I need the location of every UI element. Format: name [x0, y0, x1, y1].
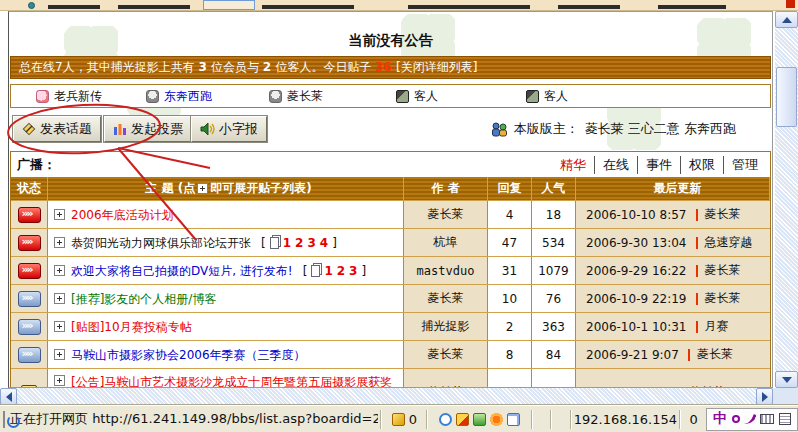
scrollbar-thumb[interactable] [776, 67, 797, 127]
moderators-names[interactable]: 菱长莱 三心二意 东奔西跑 [585, 120, 736, 138]
expand-icon[interactable] [54, 293, 65, 304]
replies-cell: 47 [488, 229, 532, 256]
expand-icon[interactable] [54, 209, 65, 220]
vertical-scrollbar[interactable] [775, 11, 798, 388]
online-user-link[interactable]: 客人 [414, 88, 438, 105]
nav-link-online[interactable]: 在线 [594, 156, 637, 174]
author-cell[interactable]: mastvduo [404, 257, 488, 284]
author-cell[interactable]: 菱长莱 [404, 369, 488, 388]
expand-icon[interactable] [54, 237, 65, 248]
online-user: 客人 [526, 88, 568, 104]
statusbar-divider [570, 410, 572, 429]
online-user-link[interactable]: 东奔西跑 [164, 88, 212, 105]
left-arrow-icon [6, 392, 12, 402]
truncated-text-fragment [118, 5, 190, 9]
start-vote-button[interactable]: 发起投票 [104, 116, 192, 142]
topic-cell: 2006年底活动计划 [48, 201, 404, 228]
page-link[interactable]: 1 [283, 236, 291, 250]
truncated-top-toolbar [0, 0, 798, 11]
guest-icon [526, 90, 539, 103]
topic-title-link[interactable]: [公告]马鞍山市艺术摄影沙龙成立十周年暨第五届摄影展获奖作品 [71, 375, 403, 388]
soft-keyboard-icon[interactable] [760, 414, 774, 424]
bulletin-button[interactable]: 小字报 [191, 116, 267, 142]
topic-title-link[interactable]: 马鞍山市摄影家协会2006年季赛（三季度） [71, 348, 306, 362]
moderators-info: 本版版主： 菱长莱 三心二意 东奔西跑 [491, 120, 736, 138]
page-link[interactable]: 1 [324, 264, 332, 278]
updater-link[interactable]: 菱长莱 [705, 290, 741, 307]
topic-cell: 欢迎大家将自己拍摄的DV短片, 进行发布! [ 1 2 3 ] [48, 257, 404, 284]
nav-link-events[interactable]: 事件 [637, 156, 680, 174]
expand-icon [197, 183, 208, 194]
updater-link[interactable]: 月赛 [705, 318, 729, 335]
page-link[interactable]: 2 [295, 236, 303, 250]
close-detail-link[interactable]: [关闭详细列表] [396, 60, 477, 74]
expand-icon[interactable] [54, 349, 65, 360]
horizontal-scrollbar[interactable] [0, 388, 773, 405]
topic-title-link[interactable]: [推荐]影友的个人相册/博客 [71, 292, 216, 306]
updater-link[interactable]: 菱长莱 [697, 346, 733, 363]
page-link[interactable]: 2 [337, 264, 345, 278]
topic-pages: [ 1 2 3 4 ] [261, 236, 337, 250]
ime-chinese-icon[interactable]: 中 [713, 410, 727, 428]
views-cell: 534 [532, 229, 576, 256]
ime-brush-icon[interactable] [743, 412, 756, 427]
scroll-up-button[interactable] [775, 11, 798, 28]
swirl-icon[interactable] [439, 413, 452, 426]
speaker-icon [200, 122, 215, 136]
topic-title-link[interactable]: 欢迎大家将自己拍摄的DV短片, 进行发布! [71, 264, 293, 278]
views-cell: 18 [532, 201, 576, 228]
topic-title-link[interactable]: 2006年底活动计划 [71, 208, 174, 222]
guest-icon [396, 90, 409, 103]
post-topic-button[interactable]: 发表话题 [13, 116, 101, 142]
header-views: 人气 [532, 177, 576, 200]
updated-time: 2006-9-30 13:04 [586, 236, 687, 250]
updater-link[interactable]: 菱长莱 [705, 262, 741, 279]
updater-link[interactable]: 菱长莱 [705, 206, 741, 223]
zone-panel: 0 [384, 406, 424, 432]
online-user-link[interactable]: 菱长莱 [287, 88, 323, 105]
member-count: 3 [198, 60, 206, 74]
page-link[interactable]: 3 [307, 236, 315, 250]
down-arrow-icon [782, 377, 792, 383]
author-cell[interactable]: 菱长莱 [404, 341, 488, 368]
online-user-link[interactable]: 客人 [544, 88, 568, 105]
nav-link-digest[interactable]: 精华 [552, 156, 594, 174]
online-user-link[interactable]: 老兵新传 [54, 88, 102, 105]
ime-mode-icon[interactable] [732, 415, 740, 423]
scroll-left-button[interactable] [0, 388, 17, 405]
ime-menu-icon[interactable] [779, 413, 791, 425]
table-row: 2006年底活动计划 菱长莱 4 18 2006-10-10 8:57 菱长莱 [11, 201, 770, 229]
edit-page-icon[interactable] [507, 413, 520, 426]
forum-page: 当前没有公告 总在线7人，其中捕光捉影上共有 3 位会员与 2 位客人。今日贴子… [8, 11, 773, 388]
status-cell [11, 229, 48, 256]
replies-cell: 3 [488, 369, 532, 388]
online-users-box: 老兵新传 东奔西跑 菱长莱 客人 客人 [10, 84, 771, 108]
scroll-right-button[interactable] [756, 388, 773, 405]
nav-link-manage[interactable]: 管理 [723, 156, 766, 174]
nav-link-permissions[interactable]: 权限 [680, 156, 723, 174]
popup-blocked-icon[interactable] [456, 413, 469, 426]
expand-icon[interactable] [54, 265, 65, 276]
page-link[interactable]: 3 [349, 264, 357, 278]
starburst-icon[interactable] [490, 413, 503, 426]
page-link[interactable]: 4 [320, 236, 328, 250]
updater-link[interactable]: 急速穿越 [705, 234, 753, 251]
views-cell: 1079 [532, 257, 576, 284]
zone-count: 0 [409, 412, 417, 427]
expand-icon[interactable] [54, 375, 65, 386]
page-file-icon [270, 237, 279, 249]
scroll-down-button[interactable] [775, 371, 798, 388]
author-cell[interactable]: 菱长莱 [404, 285, 488, 312]
table-row: [公告]马鞍山市艺术摄影沙龙成立十周年暨第五届摄影展获奖作品 菱长莱 3 141… [11, 369, 770, 388]
truncated-text-fragment [558, 5, 620, 9]
author-cell[interactable]: 杭埠 [404, 229, 488, 256]
topic-title-link[interactable]: 恭贺阳光动力网球俱乐部论坛开张 [71, 236, 251, 250]
author-cell[interactable]: 菱长莱 [404, 201, 488, 228]
expand-icon[interactable] [54, 321, 65, 332]
header-author: 作 者 [404, 177, 488, 200]
author-cell[interactable]: 捕光捉影 [404, 313, 488, 340]
right-arrow-icon [762, 392, 768, 402]
topic-title-link[interactable]: [贴图]10月赛投稿专帖 [71, 320, 192, 334]
status-cell [11, 341, 48, 368]
green-arrows-icon[interactable] [473, 413, 486, 426]
